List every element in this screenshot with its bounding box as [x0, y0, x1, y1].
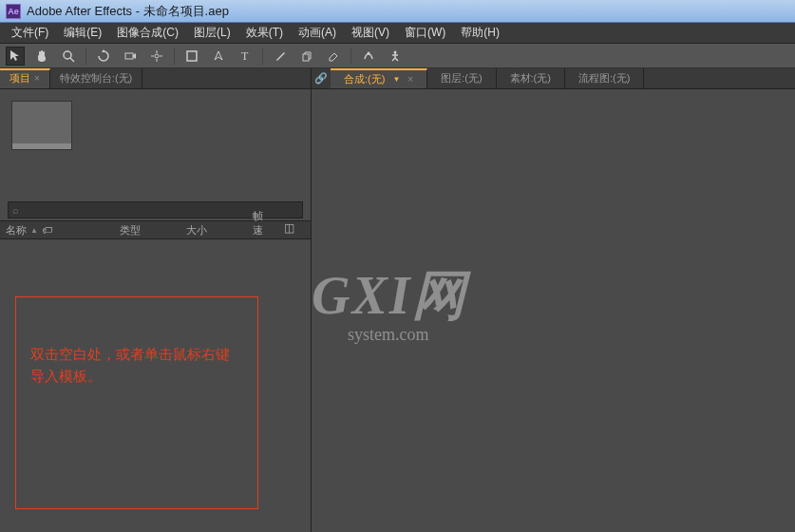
chevron-down-icon: ▼: [392, 75, 400, 84]
left-panel-tabs: 项目 × 特效控制台:(无): [0, 68, 311, 89]
puppet-tool-icon[interactable]: [386, 47, 405, 66]
menu-edit[interactable]: 编辑(E): [56, 23, 109, 43]
hand-tool-icon[interactable]: [32, 47, 51, 66]
menu-animation[interactable]: 动画(A): [291, 23, 344, 43]
project-items-area[interactable]: 双击空白处，或者单击鼠标右键导入模板。: [0, 239, 311, 532]
watermark-large: GXI网: [312, 260, 467, 332]
svg-text:T: T: [241, 49, 249, 63]
viewer-panel: 🔗 合成:(无) ▼ × 图层:(无) 素材:(无) 流程图:(无) GXI网 …: [312, 68, 795, 532]
close-icon[interactable]: ×: [407, 74, 413, 85]
main-area: 项目 × 特效控制台:(无) 名称 ▲ 🏷 类型 大小 帧速率 ◫: [0, 68, 795, 532]
anchor-tool-icon[interactable]: [147, 47, 166, 66]
window-title: Adobe After Effects - 未命名项目.aep: [27, 3, 229, 20]
column-size[interactable]: 大小: [186, 223, 234, 238]
shape-tool-icon[interactable]: [182, 47, 201, 66]
menubar: 文件(F) 编辑(E) 图像合成(C) 图层(L) 效果(T) 动画(A) 视图…: [0, 23, 795, 44]
selection-tool-icon[interactable]: [6, 47, 25, 66]
app-icon: Ae: [6, 4, 21, 19]
text-tool-icon[interactable]: T: [236, 47, 255, 66]
tag-icon: 🏷: [42, 224, 52, 236]
svg-line-15: [392, 58, 395, 61]
sort-ascending-icon: ▲: [30, 226, 38, 235]
camera-tool-icon[interactable]: [121, 47, 140, 66]
toolbar-separator: [174, 48, 175, 65]
tab-label: 特效控制台:(无): [60, 71, 132, 86]
eraser-tool-icon[interactable]: [324, 47, 343, 66]
pen-tool-icon[interactable]: [209, 47, 228, 66]
tab-label: 素材:(无): [510, 71, 551, 86]
watermark: GXI网 system.com: [312, 260, 467, 345]
preview-thumbnail: [11, 101, 72, 150]
svg-rect-2: [125, 53, 133, 59]
tab-composition[interactable]: 合成:(无) ▼ ×: [331, 68, 427, 88]
tab-flowchart[interactable]: 流程图:(无): [565, 68, 644, 88]
column-label: 名称: [6, 223, 27, 238]
menu-composition[interactable]: 图像合成(C): [109, 23, 186, 43]
menu-file[interactable]: 文件(F): [4, 23, 56, 43]
tab-label: 合成:(无): [344, 72, 385, 86]
clone-tool-icon[interactable]: [297, 47, 316, 66]
svg-point-3: [155, 54, 159, 58]
flowchart-icon[interactable]: ◫: [284, 221, 301, 238]
titlebar: Ae Adobe After Effects - 未命名项目.aep: [0, 0, 795, 23]
menu-help[interactable]: 帮助(H): [453, 23, 507, 43]
svg-line-16: [395, 58, 398, 61]
tab-label: 图层:(无): [441, 71, 482, 86]
composition-viewer[interactable]: GXI网 system.com: [312, 89, 795, 532]
svg-rect-8: [187, 51, 197, 61]
watermark-small: system.com: [348, 325, 467, 345]
annotation-text: 双击空白处，或者单击鼠标右键导入模板。: [30, 344, 239, 387]
right-panel-tabs: 🔗 合成:(无) ▼ × 图层:(无) 素材:(无) 流程图:(无): [312, 68, 795, 89]
menu-window[interactable]: 窗口(W): [397, 23, 453, 43]
annotation-box: [15, 296, 258, 509]
zoom-tool-icon[interactable]: [59, 47, 78, 66]
tab-label: 流程图:(无): [578, 71, 630, 86]
svg-rect-10: [303, 54, 309, 61]
menu-layer[interactable]: 图层(L): [186, 23, 238, 43]
tab-layer[interactable]: 图层:(无): [427, 68, 496, 88]
roto-tool-icon[interactable]: [359, 47, 378, 66]
toolbar: T: [0, 44, 795, 68]
toolbar-separator: [262, 48, 263, 65]
item-preview-area: [0, 89, 311, 200]
close-icon[interactable]: ×: [34, 73, 40, 84]
brush-tool-icon[interactable]: [271, 47, 290, 66]
link-icon[interactable]: 🔗: [312, 68, 331, 88]
tab-project[interactable]: 项目 ×: [0, 68, 50, 88]
menu-effect[interactable]: 效果(T): [238, 23, 291, 43]
column-name[interactable]: 名称 ▲ 🏷: [6, 223, 101, 238]
toolbar-separator: [350, 48, 351, 65]
rotation-tool-icon[interactable]: [94, 47, 113, 66]
svg-point-0: [64, 51, 71, 59]
column-type[interactable]: 类型: [120, 223, 167, 238]
menu-view[interactable]: 视图(V): [344, 23, 397, 43]
tab-label: 项目: [9, 71, 30, 86]
svg-point-11: [368, 51, 370, 54]
tab-footage[interactable]: 素材:(无): [497, 68, 565, 88]
tab-effects-control[interactable]: 特效控制台:(无): [50, 68, 142, 88]
svg-line-1: [70, 58, 74, 62]
project-panel: 项目 × 特效控制台:(无) 名称 ▲ 🏷 类型 大小 帧速率 ◫: [0, 68, 312, 532]
toolbar-separator: [85, 48, 86, 65]
project-columns-header: 名称 ▲ 🏷 类型 大小 帧速率 ◫: [0, 220, 311, 239]
